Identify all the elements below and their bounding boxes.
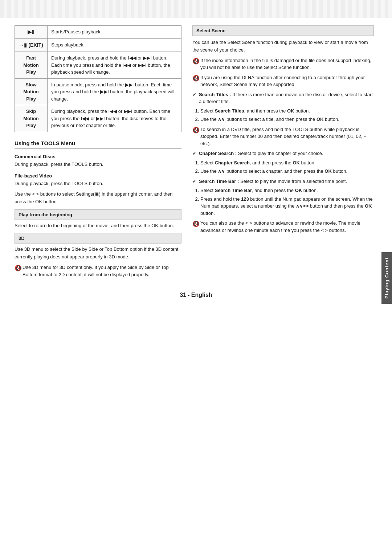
note-icon-2: 🔇 — [192, 74, 200, 83]
checkmark-icon-ch: ✓ — [192, 150, 199, 157]
chapter-search-desc: Select to play the chapter of your choic… — [238, 151, 323, 156]
table-row: Fast Motion Play During playback, press … — [15, 52, 181, 79]
page-wrapper: ▶II Starts/Pauses playback. →▮ (EXIT) St… — [0, 0, 392, 556]
note-icon-1: 🔇 — [192, 57, 200, 66]
list-item: Press and hold the 123 button until the … — [200, 196, 374, 217]
playback-table: ▶II Starts/Pauses playback. →▮ (EXIT) St… — [15, 25, 181, 132]
tools-menu-heading: Using the TOOLS Menu — [15, 140, 181, 146]
table-cell-value: In pause mode, press and hold the ▶▶I bu… — [48, 78, 181, 105]
search-titles-label: Search Titles : — [199, 92, 231, 97]
play-from-beginning-text: Select to return to the beginning of the… — [15, 222, 181, 230]
table-row: ▶II Starts/Pauses playback. — [15, 26, 181, 39]
three-d-text: Use 3D menu to select the Side by Side o… — [15, 246, 181, 261]
dvd-note: 🔇 To search in a DVD title, press and ho… — [192, 126, 374, 147]
three-d-note-text: Use 3D menu for 3D content only. If you … — [23, 264, 181, 278]
checkmark-icon-stb: ✓ — [192, 178, 199, 185]
select-scene-box: Select Scene — [192, 25, 374, 36]
search-titles-steps: Select Search Titles, and then press the… — [200, 107, 374, 123]
also-note: 🔇 You can also use the < > buttons to ad… — [192, 220, 374, 234]
table-cell-value: During playback, press and hold the I◀◀ … — [48, 52, 181, 79]
file-based-video-heading: File-based Video — [15, 173, 181, 179]
chapter-search-item: ✓ Chapter Search : Select to play the ch… — [192, 150, 374, 157]
chapter-search-steps: Select Chapter Search, and then press th… — [200, 159, 374, 175]
chapter-search-label: Chapter Search : — [199, 151, 237, 156]
table-row: Slow Motion Play In pause mode, press an… — [15, 78, 181, 105]
three-d-box: 3D — [15, 233, 181, 244]
section-divider — [15, 148, 181, 149]
file-based-video-line1: During playback, press the TOOLS button. — [15, 180, 181, 188]
search-time-bar-item: ✓ Search Time Bar : Select to play the m… — [192, 178, 374, 185]
search-titles-text: Search Titles : If there is more than on… — [199, 91, 374, 105]
table-cell-value: During playback, press the I◀◀ or ▶▶I bu… — [48, 105, 181, 132]
search-time-bar-steps: Select Search Time Bar, and then press t… — [200, 187, 374, 217]
note-text-1: If the index information in the file is … — [200, 57, 374, 71]
content-area: ▶II Starts/Pauses playback. →▮ (EXIT) St… — [15, 25, 377, 281]
note-icon: 🔇 — [15, 264, 23, 273]
side-tab: Playing Content — [381, 252, 392, 304]
file-based-video-line2: Use the < > buttons to select Settings(▣… — [15, 191, 181, 206]
table-cell-value: Starts/Pauses playback. — [48, 26, 181, 39]
top-decorative-border — [0, 0, 392, 18]
search-titles-item: ✓ Search Titles : If there is more than … — [192, 91, 374, 105]
select-scene-note-1: 🔇 If the index information in the file i… — [192, 57, 374, 71]
list-item: Select Search Titles, and then press the… — [200, 107, 374, 115]
table-cell-key: Skip Motion Play — [15, 105, 48, 132]
table-cell-key: Slow Motion Play — [15, 78, 48, 105]
search-time-bar-desc: Select to play the movie from a selected… — [240, 179, 347, 184]
table-cell-value: Stops playback. — [48, 39, 181, 52]
commercial-discs-heading: Commercial Discs — [15, 154, 181, 159]
note-text-2: If you are using the DLNA function after… — [200, 74, 374, 88]
table-cell-key: →▮ (EXIT) — [15, 39, 48, 52]
table-cell-key: Fast Motion Play — [15, 52, 48, 79]
commercial-discs-text: During playback, press the TOOLS button. — [15, 161, 181, 168]
dvd-note-text: To search in a DVD title, press and hold… — [200, 126, 374, 147]
play-from-beginning-box: Play from the beginning — [15, 209, 181, 220]
table-row: →▮ (EXIT) Stops playback. — [15, 39, 181, 52]
select-scene-note-2: 🔇 If you are using the DLNA function aft… — [192, 74, 374, 88]
also-note-text: You can also use the < > buttons to adva… — [200, 220, 374, 234]
list-item: Select Chapter Search, and then press th… — [200, 159, 374, 167]
table-row: Skip Motion Play During playback, press … — [15, 105, 181, 132]
chapter-search-text: Chapter Search : Select to play the chap… — [199, 150, 323, 157]
list-item: Select Search Time Bar, and then press t… — [200, 187, 374, 194]
search-time-bar-label: Search Time Bar : — [199, 179, 239, 184]
list-item: Use the ∧∨ buttons to select a title, an… — [200, 116, 374, 123]
select-scene-intro: You can use the Select Scene function du… — [192, 39, 374, 54]
search-time-bar-text: Search Time Bar : Select to play the mov… — [199, 178, 347, 185]
checkmark-icon: ✓ — [192, 91, 199, 98]
note-icon-dvd: 🔇 — [192, 126, 200, 135]
note-icon-also: 🔇 — [192, 220, 200, 228]
table-cell-key: ▶II — [15, 26, 48, 39]
page-number: 31 - English — [15, 292, 377, 298]
right-column: Select Scene You can use the Select Scen… — [192, 25, 377, 281]
list-item: Use the ∧∨ buttons to select a chapter, … — [200, 168, 374, 175]
left-column: ▶II Starts/Pauses playback. →▮ (EXIT) St… — [15, 25, 181, 281]
three-d-note: 🔇 Use 3D menu for 3D content only. If yo… — [15, 264, 181, 278]
